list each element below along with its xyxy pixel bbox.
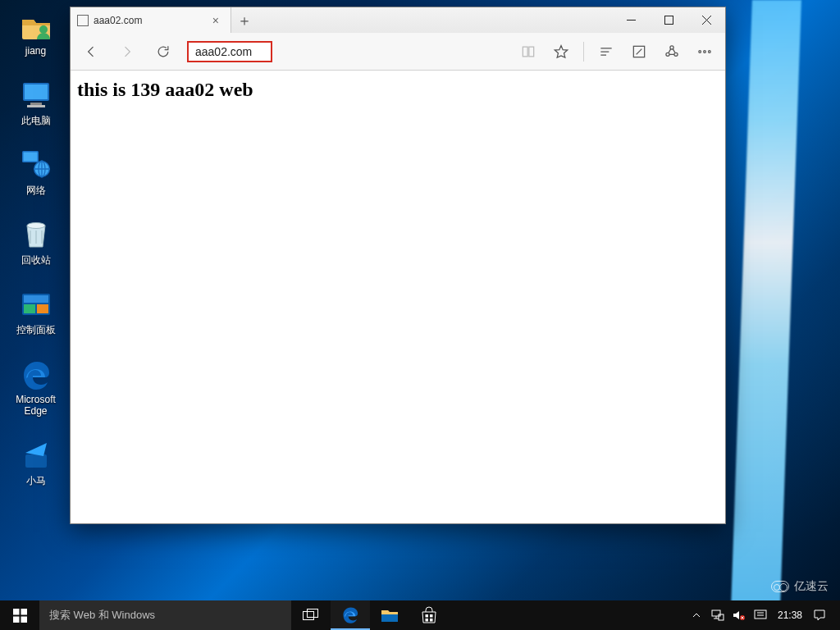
svg-rect-3 xyxy=(30,103,42,105)
svg-rect-13 xyxy=(24,304,35,313)
svg-point-21 xyxy=(699,50,701,52)
taskbar: 搜索 Web 和 Windows 21:38 xyxy=(0,600,840,630)
taskbar-app-edge[interactable] xyxy=(331,600,370,630)
svg-rect-33 xyxy=(426,619,429,622)
desktop-icon-label: jiang xyxy=(25,45,46,57)
recycle-bin-icon xyxy=(19,217,53,252)
tray-ime-icon[interactable] xyxy=(751,609,769,621)
desktop-icon-microsoft-edge[interactable]: Microsoft Edge xyxy=(11,357,60,417)
action-center-button[interactable] xyxy=(810,609,829,622)
web-note-button[interactable] xyxy=(625,38,653,66)
share-button[interactable] xyxy=(658,38,686,66)
svg-rect-31 xyxy=(426,614,429,618)
minimize-button[interactable] xyxy=(612,7,650,33)
svg-point-18 xyxy=(670,45,673,48)
svg-rect-27 xyxy=(21,616,27,623)
svg-rect-29 xyxy=(308,609,318,618)
watermark-text: 亿速云 xyxy=(794,579,829,594)
svg-rect-14 xyxy=(37,304,48,313)
toolbar-separator xyxy=(583,42,584,62)
desktop-icon-label: 回收站 xyxy=(21,254,51,266)
desktop-icon-network[interactable]: 网络 xyxy=(11,148,60,196)
network-icon xyxy=(19,148,53,182)
svg-rect-34 xyxy=(430,619,433,622)
svg-rect-24 xyxy=(13,609,20,615)
page-content: this is 139 aaa02 web xyxy=(71,71,725,523)
tray-volume-icon[interactable] xyxy=(730,609,748,621)
tray-network-icon[interactable] xyxy=(709,609,727,621)
taskbar-app-file-explorer[interactable] xyxy=(370,600,409,630)
start-button[interactable] xyxy=(0,600,39,630)
svg-rect-32 xyxy=(430,614,433,618)
desktop-icon-control-panel[interactable]: 控制面板 xyxy=(11,287,60,336)
tab-title: aaa02.com xyxy=(94,15,142,26)
search-box[interactable]: 搜索 Web 和 Windows xyxy=(39,600,291,630)
folder-icon xyxy=(381,607,399,623)
desktop-icon-label: 网络 xyxy=(26,185,46,196)
taskbar-app-store[interactable] xyxy=(409,600,449,630)
more-button[interactable] xyxy=(691,38,719,66)
address-bar[interactable]: aaa02.com xyxy=(187,41,272,62)
task-view-button[interactable] xyxy=(291,600,331,630)
reading-view-button[interactable] xyxy=(514,38,542,66)
svg-point-19 xyxy=(666,52,669,56)
edge-icon xyxy=(19,357,53,391)
close-window-button[interactable] xyxy=(687,7,725,33)
hub-button[interactable] xyxy=(592,38,620,66)
watermark: 亿速云 xyxy=(771,579,829,594)
refresh-button[interactable] xyxy=(149,38,177,66)
watermark-icon xyxy=(771,581,789,592)
close-tab-button[interactable]: × xyxy=(209,14,222,27)
browser-toolbar: aaa02.com xyxy=(71,33,725,71)
svg-rect-12 xyxy=(24,295,48,303)
desktop-icon-label: Microsoft Edge xyxy=(16,394,56,417)
tray-overflow-button[interactable] xyxy=(687,611,705,619)
svg-rect-25 xyxy=(21,609,27,615)
desktop-icon-this-pc[interactable]: 此电脑 xyxy=(11,78,60,126)
desktop-icon-label: 控制面板 xyxy=(16,324,56,336)
svg-rect-30 xyxy=(381,614,398,622)
forward-button[interactable] xyxy=(113,38,141,66)
clock[interactable]: 21:38 xyxy=(773,610,807,620)
store-icon xyxy=(420,606,438,624)
svg-rect-6 xyxy=(23,153,37,162)
titlebar[interactable]: aaa02.com × ＋ xyxy=(71,7,725,33)
favorites-button[interactable] xyxy=(547,38,575,66)
desktop[interactable]: jiang 此电脑 网络 回收站 控制面板 xyxy=(0,0,840,600)
desktop-icons: jiang 此电脑 网络 回收站 控制面板 xyxy=(11,8,60,486)
svg-point-22 xyxy=(704,50,706,52)
windows-icon xyxy=(13,609,27,623)
desktop-icon-user-folder[interactable]: jiang xyxy=(11,8,60,57)
desktop-icon-label: 此电脑 xyxy=(21,115,51,126)
this-pc-icon xyxy=(19,78,53,112)
svg-rect-36 xyxy=(719,614,724,620)
maximize-button[interactable] xyxy=(650,7,687,33)
svg-rect-26 xyxy=(13,616,20,623)
page-heading: this is 139 aaa02 web xyxy=(77,79,719,101)
svg-point-10 xyxy=(27,223,45,229)
browser-tab[interactable]: aaa02.com × xyxy=(71,7,231,33)
desktop-icon-recycle-bin[interactable]: 回收站 xyxy=(11,217,60,266)
svg-rect-28 xyxy=(304,612,314,620)
user-folder-icon xyxy=(19,8,53,43)
address-text: aaa02.com xyxy=(195,45,252,58)
svg-point-23 xyxy=(709,50,711,52)
svg-rect-38 xyxy=(755,610,766,619)
svg-rect-16 xyxy=(664,16,673,25)
svg-point-20 xyxy=(674,52,678,56)
desktop-icon-label: 小马 xyxy=(26,475,46,486)
svg-point-0 xyxy=(39,25,48,34)
page-icon xyxy=(77,15,89,26)
svg-rect-2 xyxy=(25,84,48,99)
system-tray: 21:38 xyxy=(687,600,840,630)
xiaoma-icon xyxy=(19,438,53,472)
clock-time: 21:38 xyxy=(778,609,802,621)
new-tab-button[interactable]: ＋ xyxy=(231,7,257,33)
control-panel-icon xyxy=(19,287,53,322)
edge-icon xyxy=(340,605,360,624)
desktop-icon-xiaoma[interactable]: 小马 xyxy=(11,438,60,486)
browser-window: aaa02.com × ＋ aaa02.com xyxy=(70,7,726,524)
svg-rect-15 xyxy=(25,454,47,468)
search-placeholder: 搜索 Web 和 Windows xyxy=(49,608,155,623)
back-button[interactable] xyxy=(77,38,105,66)
